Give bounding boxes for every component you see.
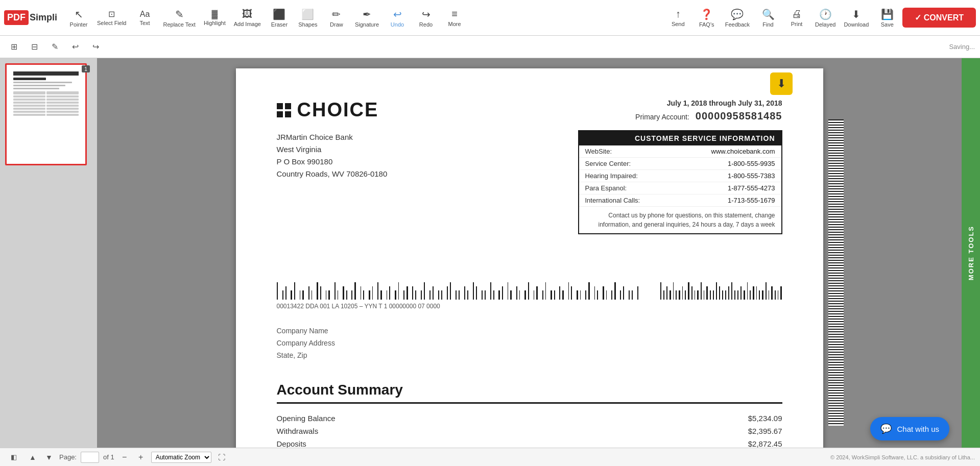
zoom-select[interactable]: Automatic Zoom 50% 75% 100% 125% — [151, 452, 211, 463]
withdrawals-label: Withdrawals — [277, 427, 319, 435]
pointer-tool[interactable]: ↖ Pointer — [65, 6, 92, 30]
print-tool[interactable]: 🖨 Print — [783, 6, 810, 29]
signature-icon: ✒ — [363, 8, 371, 20]
chat-widget[interactable]: 💬 Chat with us — [870, 417, 949, 440]
barcode-svg — [277, 250, 507, 275]
download-overlay-button[interactable]: ⬇ — [770, 72, 793, 95]
logo-grid-cell — [285, 103, 291, 109]
logo-grid-cell — [277, 111, 283, 117]
zoom-in-button[interactable]: + — [135, 451, 147, 463]
redo-tool[interactable]: ↪ Redo — [413, 6, 439, 30]
redo-secondary-icon: ↪ — [92, 42, 99, 52]
company-name: Company Name — [277, 325, 335, 337]
cs-row-espanol: Para Espanol: 1-877-555-4273 — [579, 182, 781, 194]
barcode-text: 00013422 DDA 001 LA 10205 – YYN T 1 0000… — [277, 303, 782, 310]
primary-account-label: Primary Account: — [635, 113, 689, 121]
cs-row-website: WebSite: www.choicebank.com — [579, 145, 781, 158]
logo-grid-cell — [285, 111, 291, 117]
find-tool[interactable]: 🔍 Find — [755, 6, 781, 30]
eraser-tool[interactable]: ⬛ Eraser — [266, 6, 293, 30]
left-header: CHOICE JRMartin Choice Bank West Virgini… — [277, 99, 388, 234]
undo-secondary-button[interactable]: ↩ — [66, 38, 84, 56]
undo-icon: ↩ — [393, 8, 402, 20]
cs-hearing-label: Hearing Impaired: — [585, 172, 638, 180]
next-page-button[interactable]: ▼ — [43, 451, 55, 463]
bank-name: CHOICE — [297, 99, 379, 121]
logo[interactable]: PDF Simpli — [4, 10, 57, 25]
replace-text-icon: ✎ — [175, 8, 184, 20]
opening-balance-value: $5,234.09 — [748, 414, 782, 423]
sidebar-toggle-button[interactable]: ◧ — [5, 449, 22, 466]
save-tool[interactable]: 💾 Save — [874, 6, 900, 30]
address-line3: Country Roads, WV 70826-0180 — [277, 168, 388, 180]
undo-secondary-icon: ↩ — [72, 42, 79, 52]
convert-button[interactable]: ✓ CONVERT — [902, 8, 976, 28]
draw-tool[interactable]: ✏ Draw — [323, 6, 350, 30]
thumbnail-image — [5, 63, 87, 165]
shapes-tool[interactable]: ⬜ Shapes — [295, 6, 321, 30]
replace-text-tool[interactable]: ✎ Replace Text — [160, 6, 199, 30]
print-icon: 🖨 — [792, 8, 802, 20]
eraser-icon: ⬛ — [273, 8, 285, 20]
send-tool[interactable]: ↑ Send — [665, 6, 691, 29]
right-tools: ↑ Send ❓ FAQ's 💬 Feedback 🔍 Find 🖨 Print… — [665, 6, 976, 30]
chat-icon: 💬 — [880, 423, 892, 434]
cs-note: Contact us by phone for questions, on th… — [579, 207, 781, 233]
right-barcode — [828, 119, 844, 426]
faqs-tool[interactable]: ❓ FAQ's — [694, 6, 720, 30]
address-block: JRMartin Choice Bank West Virginia P O B… — [277, 131, 388, 180]
shapes-icon: ⬜ — [301, 8, 314, 20]
page-label: Page: — [59, 453, 77, 461]
bottom-toolbar: ◧ ▲ ▼ Page: of 1 − + Automatic Zoom 50% … — [0, 448, 980, 466]
withdrawals-value: $2,395.67 — [748, 427, 782, 435]
feedback-tool[interactable]: 💬 Feedback — [722, 6, 753, 30]
pdf-viewer[interactable]: ⬇ — [97, 58, 962, 448]
thumbnail-page-1[interactable]: 1 — [5, 63, 92, 165]
right-header: July 1, 2018 through July 31, 2018 Prima… — [578, 99, 782, 234]
cs-international-label: International Calls: — [585, 197, 640, 204]
find-icon: 🔍 — [762, 8, 775, 20]
delayed-tool[interactable]: 🕐 Delayed — [812, 6, 839, 30]
text-icon: Aa — [140, 10, 150, 19]
add-image-icon: 🖼 — [242, 8, 252, 20]
panels-toggle-button[interactable]: ⊞ — [5, 38, 22, 56]
summary-divider — [277, 402, 782, 404]
main-toolbar: PDF Simpli ↖ Pointer ⊡ Select Field Aa T… — [0, 0, 980, 36]
cs-website-label: WebSite: — [585, 148, 612, 155]
deposits-value: $2,872.45 — [748, 439, 782, 448]
address-name: JRMartin Choice Bank — [277, 131, 388, 143]
more-tools-panel[interactable]: MORE TOOLS — [962, 58, 980, 448]
summary-row-withdrawals: Withdrawals $2,395.67 — [277, 425, 782, 437]
cs-service-label: Service Center: — [585, 160, 631, 167]
undo-tool[interactable]: ↩ Undo — [384, 6, 411, 30]
secondary-toolbar: ⊞ ⊟ ✎ ↩ ↪ Saving... — [0, 36, 980, 58]
page-number-input[interactable] — [81, 452, 99, 463]
select-field-tool[interactable]: ⊡ Select Field — [94, 7, 129, 28]
bank-logo: CHOICE — [277, 99, 388, 121]
thumbnails-button[interactable]: ⊟ — [26, 38, 43, 56]
download-tool[interactable]: ⬇ Download — [841, 6, 872, 30]
cs-hearing-value: 1-800-555-7383 — [728, 172, 775, 180]
edit-button[interactable]: ✎ — [46, 38, 63, 56]
redo-icon: ↪ — [422, 8, 431, 20]
cs-row-hearing: Hearing Impaired: 1-800-555-7383 — [579, 170, 781, 182]
account-number: 00000958581485 — [696, 110, 782, 121]
zoom-out-button[interactable]: − — [118, 451, 131, 463]
more-tool[interactable]: ≡ More — [441, 6, 468, 29]
opening-balance-label: Opening Balance — [277, 414, 336, 423]
address-line1: West Virginia — [277, 143, 388, 156]
cs-row-service: Service Center: 1-800-555-9935 — [579, 158, 781, 170]
summary-row-opening: Opening Balance $5,234.09 — [277, 412, 782, 425]
chat-label: Chat with us — [897, 425, 939, 433]
redo-secondary-button[interactable]: ↪ — [87, 38, 104, 56]
add-image-tool[interactable]: 🖼 Add Image — [231, 6, 264, 29]
faqs-icon: ❓ — [700, 8, 713, 20]
text-tool[interactable]: Aa Text — [132, 8, 158, 28]
fullscreen-button[interactable]: ⛶ — [216, 451, 228, 463]
company-address: Company Address — [277, 337, 335, 350]
highlight-tool[interactable]: ▓ Highlight — [201, 8, 229, 28]
summary-row-deposits: Deposits $2,872.45 — [277, 437, 782, 448]
date-range-text: July 1, 2018 through July 31, 2018 — [667, 99, 782, 107]
prev-page-button[interactable]: ▲ — [27, 451, 39, 463]
signature-tool[interactable]: ✒ Signature — [352, 6, 382, 30]
